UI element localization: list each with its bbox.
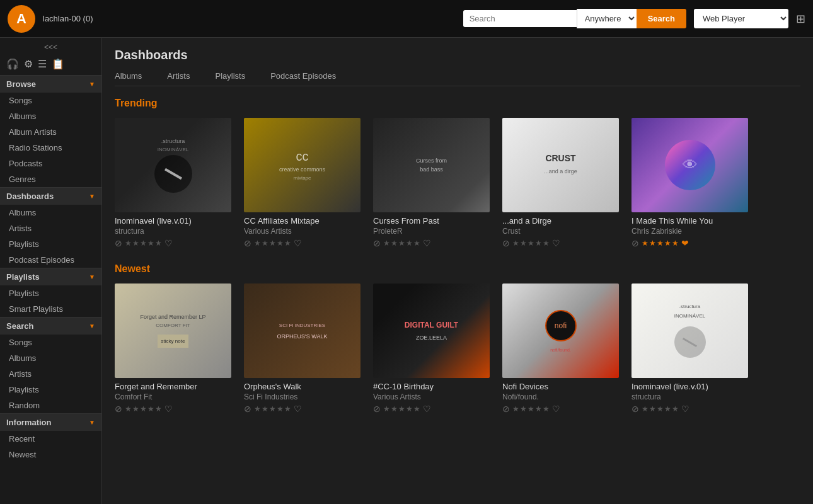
- star-n5-3[interactable]: ★: [657, 404, 664, 413]
- star-4-2[interactable]: ★: [520, 239, 527, 248]
- heart-icon-n4[interactable]: ♡: [552, 404, 560, 414]
- clipboard-icon[interactable]: 📋: [52, 58, 64, 70]
- no-icon-n3[interactable]: ⊘: [373, 404, 381, 414]
- search-scope-dropdown[interactable]: Anywhere Title Artist Album: [577, 9, 637, 28]
- heart-icon-3[interactable]: ♡: [423, 238, 431, 248]
- tab-playlists[interactable]: Playlists: [215, 71, 245, 83]
- star-n3-3[interactable]: ★: [398, 404, 405, 413]
- web-player-dropdown[interactable]: Web Player: [694, 9, 788, 28]
- star-n4-1[interactable]: ★: [512, 404, 519, 413]
- no-icon-1[interactable]: ⊘: [115, 238, 122, 248]
- heart-icon-n1[interactable]: ♡: [164, 404, 173, 414]
- star-3-2[interactable]: ★: [391, 239, 398, 248]
- sidebar-item-dash-albums[interactable]: Albums: [0, 205, 101, 220]
- star-n3-5[interactable]: ★: [413, 404, 420, 413]
- star-1-3[interactable]: ★: [140, 239, 147, 248]
- no-icon-n4[interactable]: ⊘: [502, 404, 510, 414]
- list-icon[interactable]: ☰: [38, 58, 47, 70]
- star-4-5[interactable]: ★: [543, 239, 550, 248]
- star-n5-5[interactable]: ★: [672, 404, 679, 413]
- star-3-4[interactable]: ★: [406, 239, 413, 248]
- star-1-2[interactable]: ★: [132, 239, 139, 248]
- sidebar-item-radio-stations[interactable]: Radio Stations: [0, 140, 101, 156]
- sidebar-item-search-random[interactable]: Random: [0, 398, 101, 413]
- album-thumb-5[interactable]: 👁: [631, 118, 748, 212]
- star-3-1[interactable]: ★: [383, 239, 390, 248]
- heart-icon-n5[interactable]: ♡: [681, 404, 689, 414]
- sidebar-item-podcasts[interactable]: Podcasts: [0, 156, 101, 171]
- star-n2-5[interactable]: ★: [284, 404, 291, 413]
- star-n2-4[interactable]: ★: [277, 404, 284, 413]
- heart-icon-n3[interactable]: ♡: [423, 404, 431, 414]
- heart-icon-2[interactable]: ♡: [294, 238, 302, 248]
- star-5-2[interactable]: ★: [649, 239, 656, 248]
- sidebar-item-dash-playlists[interactable]: Playlists: [0, 236, 101, 252]
- star-5-3[interactable]: ★: [657, 239, 664, 248]
- album-thumb-4[interactable]: CRUST ...and a dirge: [502, 118, 619, 212]
- sidebar-item-search-albums[interactable]: Albums: [0, 350, 101, 366]
- sidebar-collapse-btn[interactable]: <<<: [0, 38, 101, 55]
- star-n1-2[interactable]: ★: [132, 404, 139, 413]
- heart-icon-5[interactable]: ❤: [681, 238, 689, 248]
- star-2-3[interactable]: ★: [269, 239, 276, 248]
- heart-icon-1[interactable]: ♡: [164, 238, 173, 248]
- grid-icon[interactable]: ⊞: [796, 12, 805, 26]
- gear-icon[interactable]: ⚙: [24, 58, 33, 70]
- star-3-3[interactable]: ★: [398, 239, 405, 248]
- tab-podcast-episodes[interactable]: Podcast Episodes: [270, 71, 336, 83]
- sidebar-item-album-artists[interactable]: Album Artists: [0, 124, 101, 140]
- sidebar-item-smart-playlists[interactable]: Smart Playlists: [0, 301, 101, 317]
- star-n4-3[interactable]: ★: [528, 404, 534, 413]
- sidebar-item-dash-artists[interactable]: Artists: [0, 220, 101, 236]
- sidebar-item-playlists[interactable]: Playlists: [0, 285, 101, 301]
- newest-thumb-1[interactable]: Forget and Remember LP COMFORT FIT stick…: [115, 284, 231, 378]
- star-n1-4[interactable]: ★: [147, 404, 154, 413]
- star-n1-3[interactable]: ★: [140, 404, 147, 413]
- star-4-1[interactable]: ★: [512, 239, 519, 248]
- star-4-3[interactable]: ★: [528, 239, 534, 248]
- star-n4-4[interactable]: ★: [535, 404, 542, 413]
- no-icon-4[interactable]: ⊘: [502, 238, 510, 248]
- star-3-5[interactable]: ★: [413, 239, 420, 248]
- sidebar-item-dash-podcast-episodes[interactable]: Podcast Episodes: [0, 252, 101, 268]
- no-icon-n1[interactable]: ⊘: [115, 404, 122, 414]
- star-4-4[interactable]: ★: [535, 239, 542, 248]
- star-n1-1[interactable]: ★: [125, 404, 132, 413]
- star-n5-4[interactable]: ★: [664, 404, 671, 413]
- sidebar-section-browse[interactable]: Browse ▼: [0, 75, 101, 93]
- star-n2-1[interactable]: ★: [254, 404, 261, 413]
- star-2-2[interactable]: ★: [262, 239, 268, 248]
- sidebar-section-playlists[interactable]: Playlists ▼: [0, 268, 101, 285]
- album-thumb-3[interactable]: Curses from bad bass: [373, 118, 490, 212]
- star-n3-1[interactable]: ★: [383, 404, 390, 413]
- no-icon-n5[interactable]: ⊘: [631, 404, 639, 414]
- star-n2-2[interactable]: ★: [262, 404, 268, 413]
- star-5-5[interactable]: ★: [672, 239, 679, 248]
- star-5-1[interactable]: ★: [642, 239, 649, 248]
- album-thumb-2[interactable]: cc creative commons mixtape: [244, 118, 360, 212]
- sidebar-section-search[interactable]: Search ▼: [0, 317, 101, 335]
- sidebar-section-dashboards[interactable]: Dashboards ▼: [0, 187, 101, 205]
- star-n1-5[interactable]: ★: [155, 404, 162, 413]
- tab-albums[interactable]: Albums: [115, 71, 142, 83]
- star-n4-5[interactable]: ★: [543, 404, 550, 413]
- star-1-4[interactable]: ★: [147, 239, 154, 248]
- star-5-4[interactable]: ★: [664, 239, 671, 248]
- sidebar-item-search-playlists[interactable]: Playlists: [0, 382, 101, 398]
- search-button[interactable]: Search: [637, 9, 686, 28]
- star-n3-4[interactable]: ★: [406, 404, 413, 413]
- star-2-1[interactable]: ★: [254, 239, 261, 248]
- sidebar-item-search-songs[interactable]: Songs: [0, 335, 101, 350]
- avatar[interactable]: A: [8, 5, 35, 33]
- star-n4-2[interactable]: ★: [520, 404, 527, 413]
- heart-icon-4[interactable]: ♡: [552, 238, 560, 248]
- sidebar-item-search-artists[interactable]: Artists: [0, 366, 101, 382]
- newest-thumb-3[interactable]: DIGITAL GUILT ZOE.LEELA: [373, 284, 490, 378]
- no-icon-2[interactable]: ⊘: [244, 238, 251, 248]
- sidebar-item-recent[interactable]: Recent: [0, 431, 101, 447]
- star-n5-2[interactable]: ★: [649, 404, 656, 413]
- star-2-4[interactable]: ★: [277, 239, 284, 248]
- newest-thumb-2[interactable]: SCI FI INDUSTRIES ORPHEUS'S WALK: [244, 284, 360, 378]
- heart-icon-n2[interactable]: ♡: [294, 404, 302, 414]
- star-n2-3[interactable]: ★: [269, 404, 276, 413]
